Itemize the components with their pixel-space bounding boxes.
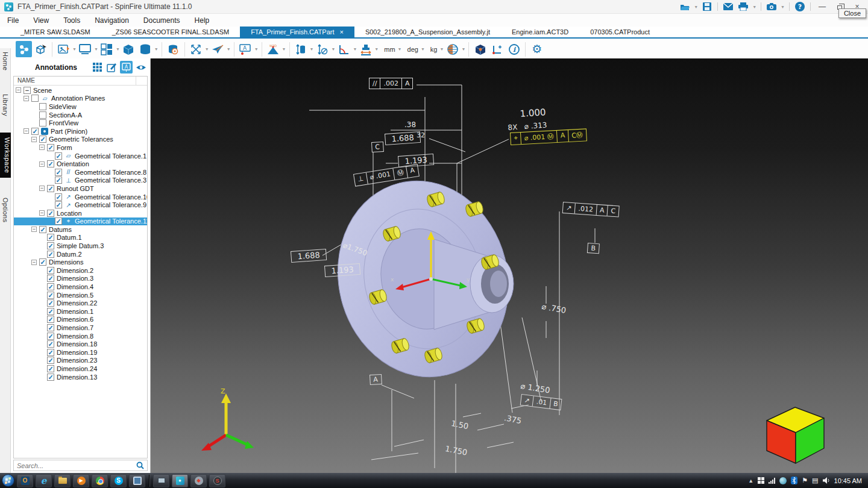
tree-checkbox[interactable]: ✓ bbox=[31, 128, 39, 135]
fcf-runout-bottom[interactable]: ↗.01B bbox=[520, 394, 562, 410]
unit-length[interactable]: mm bbox=[384, 46, 395, 53]
datum-a[interactable]: A bbox=[370, 374, 382, 385]
dim-8x-313[interactable]: 8X ⌀ .313 bbox=[508, 120, 547, 132]
tree-item[interactable]: −✓Part (Pinion) bbox=[14, 127, 147, 136]
fit-all-icon[interactable] bbox=[188, 41, 204, 57]
tree-expander-icon[interactable]: − bbox=[39, 161, 45, 167]
tree-item[interactable]: −✓Location bbox=[14, 209, 147, 217]
tree-item[interactable]: −✓Form bbox=[14, 143, 147, 152]
tree-checkbox[interactable]: ✓ bbox=[47, 251, 54, 258]
document-tab[interactable]: FTA_Primer_Finish.CATPart× bbox=[240, 27, 354, 37]
annotation-views-caret[interactable]: ▼ bbox=[254, 47, 259, 51]
dim-1-688-left[interactable]: 1.688 bbox=[291, 249, 327, 263]
tree-checkbox[interactable]: ✓ bbox=[47, 292, 54, 299]
tree-item[interactable]: ✓⊥Geometrical Tolerance.3 bbox=[14, 177, 147, 185]
dim-375[interactable]: .375 bbox=[503, 413, 522, 425]
tree-checkbox[interactable]: ✓ bbox=[39, 258, 46, 266]
tree-item[interactable]: ✓Dimension.3 bbox=[14, 275, 147, 283]
tree-item[interactable]: −✓Orientation bbox=[14, 160, 147, 168]
taskbar-app-design-app[interactable]: ◆ bbox=[190, 474, 207, 487]
tree-expander-icon[interactable]: − bbox=[31, 227, 37, 232]
sidebar-tab-home[interactable]: Home bbox=[2, 52, 9, 70]
display-mode-icon[interactable] bbox=[77, 41, 93, 57]
taskbar-app-skype[interactable]: S bbox=[110, 474, 127, 487]
tree-expander-icon[interactable]: − bbox=[39, 210, 45, 216]
tree-item[interactable]: ✓Datum.2 bbox=[14, 250, 147, 258]
tree-item[interactable]: ✓Dimension.18 bbox=[14, 340, 147, 348]
taskbar-app-file-explorer[interactable] bbox=[54, 474, 71, 487]
language-globe-icon[interactable] bbox=[444, 41, 461, 57]
sidebar-tab-library[interactable]: Library bbox=[2, 94, 9, 116]
tree-item[interactable]: ✓Dimension.2 bbox=[14, 266, 147, 275]
snapshot-camera-icon[interactable] bbox=[766, 2, 778, 12]
tree-column-header[interactable]: NAME bbox=[14, 77, 147, 86]
viewport-layout-caret[interactable]: ▼ bbox=[116, 47, 120, 51]
triad-y-label[interactable]: y bbox=[467, 277, 470, 283]
dim-1-000[interactable]: 1.000 bbox=[520, 107, 546, 119]
tree-checkbox[interactable]: ✓ bbox=[55, 152, 62, 160]
tree-checkbox[interactable]: ✓ bbox=[55, 177, 62, 184]
triad-x-label[interactable]: x bbox=[391, 277, 394, 283]
tree-checkbox[interactable]: ✓ bbox=[47, 160, 54, 167]
select-model-icon[interactable] bbox=[33, 41, 49, 57]
fcf-runout-right[interactable]: ↗.012AC bbox=[562, 202, 620, 217]
coordinate-system-icon[interactable] bbox=[489, 41, 505, 57]
document-tab[interactable]: _MITER SAW.SLDASM bbox=[10, 27, 101, 37]
tree-item[interactable]: ✓Dimension.4 bbox=[14, 283, 147, 291]
tree-checkbox[interactable] bbox=[39, 103, 46, 110]
tree-checkbox[interactable]: ✓ bbox=[47, 365, 54, 372]
tree-item[interactable]: SideView bbox=[14, 102, 147, 111]
tree-item[interactable]: ✓Dimension.8 bbox=[14, 332, 147, 340]
dim-1-688-top[interactable]: 1.688 bbox=[385, 131, 421, 145]
tree-checkbox[interactable]: ✓ bbox=[47, 349, 54, 356]
display-mode-caret[interactable]: ▼ bbox=[94, 47, 98, 51]
tree-item[interactable]: ✓↗Geometrical Tolerance.10 bbox=[14, 193, 147, 201]
dim-1-750-bottom[interactable]: 1.750 bbox=[444, 444, 468, 457]
annotation-plane-icon[interactable]: A bbox=[120, 61, 133, 74]
viewport-layout-icon[interactable] bbox=[99, 41, 115, 57]
fcf-perpendicularity[interactable]: ⊥⌀ .001ⓂA bbox=[353, 164, 420, 187]
network-globe-icon[interactable] bbox=[779, 477, 787, 484]
tree-item[interactable]: −✓Dimensions bbox=[14, 258, 147, 266]
dim-dia-1-250[interactable]: ⌀ 1.250 bbox=[520, 381, 551, 395]
email-icon[interactable] bbox=[722, 2, 734, 12]
tree-checkbox[interactable]: ✓ bbox=[47, 185, 54, 192]
visibility-eye-icon[interactable] bbox=[134, 61, 147, 74]
tree-item[interactable]: ✓Dimension.24 bbox=[14, 364, 147, 373]
tree-checkbox[interactable]: ✓ bbox=[55, 169, 62, 176]
measure-diameter-caret[interactable]: ▼ bbox=[331, 47, 335, 51]
search-input[interactable] bbox=[17, 462, 136, 469]
datum-b[interactable]: B bbox=[587, 243, 600, 254]
start-button[interactable] bbox=[2, 474, 14, 487]
fly-through-caret[interactable]: ▼ bbox=[227, 47, 231, 51]
menu-view[interactable]: View bbox=[33, 16, 49, 25]
measure-distance-icon[interactable] bbox=[293, 41, 309, 57]
taskbar-app-sync-app[interactable]: S bbox=[209, 474, 225, 487]
tree-checkbox[interactable]: ✓ bbox=[39, 136, 46, 143]
search-icon[interactable] bbox=[136, 461, 144, 469]
print-icon[interactable] bbox=[737, 2, 749, 12]
datum-c[interactable]: C bbox=[371, 142, 384, 152]
tree-expander-icon[interactable]: − bbox=[31, 260, 37, 265]
viewport-3d[interactable]: //.002A1.0008X ⌀ .313⌖⌀ .001 ⓂACⓂ.381.68… bbox=[151, 58, 868, 473]
tree-checkbox[interactable]: − bbox=[24, 87, 31, 94]
tree-item[interactable]: ✓↗Geometrical Tolerance.9 bbox=[14, 201, 147, 209]
dim-dia-1-750-left[interactable]: ⌀1.750 bbox=[342, 241, 368, 257]
menu-navigation[interactable]: Navigation bbox=[95, 16, 129, 25]
tree-expander-icon[interactable]: − bbox=[31, 137, 37, 142]
measure-diameter-icon[interactable] bbox=[314, 41, 330, 57]
tree-item[interactable]: ✓Dimension.7 bbox=[14, 324, 147, 332]
tree-item[interactable]: ✓▱Geometrical Tolerance.1 bbox=[14, 152, 147, 160]
taskbar-app-internet-explorer[interactable]: e bbox=[36, 474, 52, 487]
tree-item[interactable]: −✓Geometric Tolerances bbox=[14, 136, 147, 144]
tree-checkbox[interactable]: ✓ bbox=[47, 299, 54, 307]
grid-view-icon[interactable] bbox=[91, 61, 104, 74]
tree-checkbox[interactable] bbox=[39, 119, 46, 127]
bluetooth-icon[interactable] bbox=[791, 477, 797, 484]
scene-views-icon[interactable] bbox=[16, 41, 32, 57]
clipboard-icon[interactable]: ▤ bbox=[812, 477, 818, 484]
tree-checkbox[interactable] bbox=[39, 111, 46, 119]
exploded-view-icon[interactable]: W3D bbox=[265, 41, 281, 57]
measure-angle-icon[interactable] bbox=[336, 41, 352, 57]
fly-through-icon[interactable] bbox=[210, 41, 226, 57]
